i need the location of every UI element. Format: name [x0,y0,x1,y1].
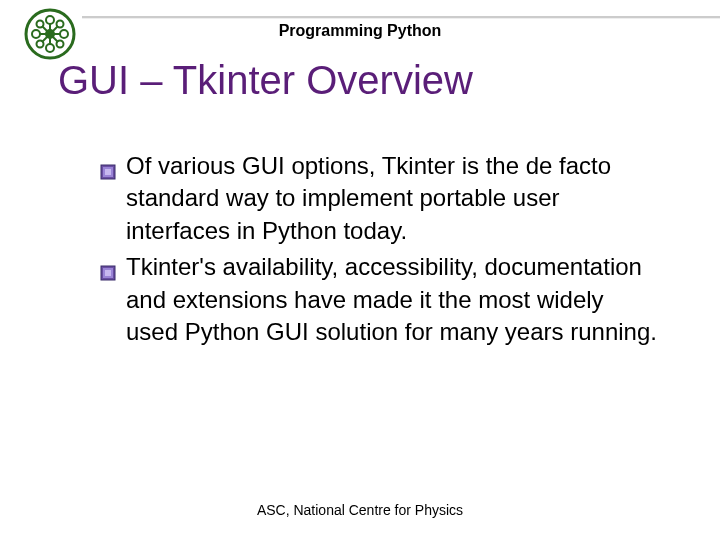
header-divider [82,16,720,18]
slide-title: GUI – Tkinter Overview [58,58,473,103]
svg-rect-16 [105,169,111,175]
course-title: Programming Python [0,22,720,40]
svg-rect-19 [105,270,111,276]
bullet-text: Tkinter's availability, accessibility, d… [126,253,657,345]
bullet-marker-icon [100,257,116,273]
bullet-marker-icon [100,156,116,172]
svg-point-3 [46,44,54,52]
footer-text: ASC, National Centre for Physics [0,502,720,518]
bullet-item: Of various GUI options, Tkinter is the d… [100,150,660,247]
bullet-item: Tkinter's availability, accessibility, d… [100,251,660,348]
content-area: Of various GUI options, Tkinter is the d… [100,150,660,352]
bullet-text: Of various GUI options, Tkinter is the d… [126,152,611,244]
